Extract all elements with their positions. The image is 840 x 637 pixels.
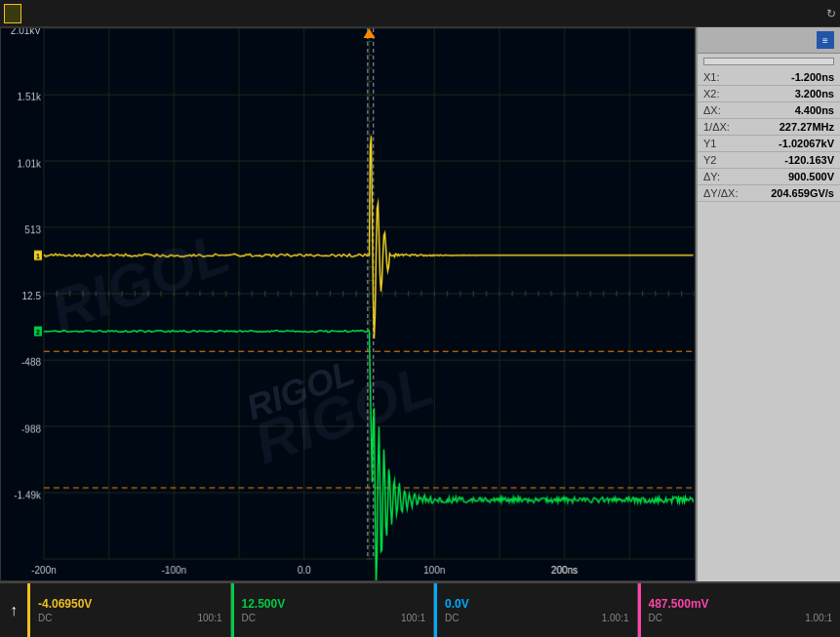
cursor-row-label: X2: <box>703 88 720 100</box>
cursor-row-label: ΔY: <box>703 171 720 182</box>
ch3-status-info: DC 1.00:1 <box>445 613 629 623</box>
ch2-dc: DC <box>242 613 256 623</box>
cursor-row-label: 1/ΔX: <box>703 121 730 133</box>
cursor-row-value: 4.400ns <box>795 104 834 116</box>
ch1-dc: DC <box>38 613 52 623</box>
ch4-dc: DC <box>649 613 662 623</box>
ch4-status-info: DC 1.00:1 <box>649 613 833 623</box>
ch1-status[interactable]: -4.06950V DC 100:1 <box>27 583 231 637</box>
cursor-row: Y2 -120.163V <box>698 152 840 169</box>
ch2-coupling: 100:1 <box>401 613 425 623</box>
cursor-row-value: -1.02067kV <box>779 138 834 149</box>
cursor-row: Y1 -1.02067kV <box>698 136 840 152</box>
cursor-rows: X1: -1.200nsX2: 3.200nsΔX: 4.400ns1/ΔX: … <box>698 69 840 202</box>
cursor-row: 1/ΔX: 227.27MHz <box>698 119 840 136</box>
ch4-status[interactable]: 487.500mV DC 1.00:1 <box>638 583 841 637</box>
cursor-row-value: 227.27MHz <box>780 121 834 133</box>
cursor-row-label: Y2 <box>703 154 716 166</box>
ch1-button[interactable] <box>4 4 21 23</box>
refresh-icon: ↻ <box>826 7 836 20</box>
ch3-coupling: 1.00:1 <box>602 613 629 623</box>
bottom-bar: ↑ -4.06950V DC 100:1 12.500V DC 100:1 0.… <box>0 581 840 637</box>
ch2-status-value: 12.500V <box>242 597 426 611</box>
grid-canvas <box>1 28 695 580</box>
ch4-status-value: 487.500mV <box>649 597 833 611</box>
ch3-dc: DC <box>445 613 459 623</box>
scope-display[interactable]: RIGOL <box>0 27 696 581</box>
cursor-row-value: -120.163V <box>784 154 834 166</box>
cursor-type-dropdown[interactable] <box>703 58 834 65</box>
ch2-status[interactable]: 12.500V DC 100:1 <box>231 583 435 637</box>
scroll-left-button[interactable]: ↑ <box>0 583 27 637</box>
ch4-coupling: 1.00:1 <box>805 613 832 623</box>
cursor-row: ΔX: 4.400ns <box>698 102 840 119</box>
cursor-row-value: 900.500V <box>788 171 834 182</box>
cursor-row-value: 204.659GV/s <box>771 187 834 199</box>
panel-header: ≡ <box>698 27 840 54</box>
main-area: RIGOL ≡ X1: -1.200nsX2: 3.200nsΔX: 4.400… <box>0 27 840 581</box>
y-axis-labels <box>3 28 44 580</box>
cursor-row-value: -1.200ns <box>791 71 834 83</box>
ch1-status-value: -4.06950V <box>38 597 222 611</box>
ch3-status-value: 0.0V <box>445 597 629 611</box>
top-toolbar: ↻ <box>0 0 840 27</box>
ch2-status-info: DC 100:1 <box>242 613 426 623</box>
panel-menu-icon[interactable]: ≡ <box>817 31 834 49</box>
cursor-row-value: 3.200ns <box>795 88 834 100</box>
cursor-row: ΔY: 900.500V <box>698 169 840 185</box>
cursor-panel: ≡ X1: -1.200nsX2: 3.200nsΔX: 4.400ns1/ΔX… <box>696 27 840 581</box>
ch1-coupling: 100:1 <box>197 613 221 623</box>
cursor-row: ΔY/ΔX: 204.659GV/s <box>698 185 840 202</box>
ch1-status-info: DC 100:1 <box>38 613 222 623</box>
cursor-row-label: X1: <box>703 71 720 83</box>
cursor-row-label: ΔX: <box>703 104 721 116</box>
ch3-status[interactable]: 0.0V DC 1.00:1 <box>434 583 638 637</box>
cursor-row-label: Y1 <box>703 138 716 149</box>
cursor-row: X2: 3.200ns <box>698 86 840 102</box>
cursor-row-label: ΔY/ΔX: <box>703 187 738 199</box>
cursor-row: X1: -1.200ns <box>698 69 840 86</box>
